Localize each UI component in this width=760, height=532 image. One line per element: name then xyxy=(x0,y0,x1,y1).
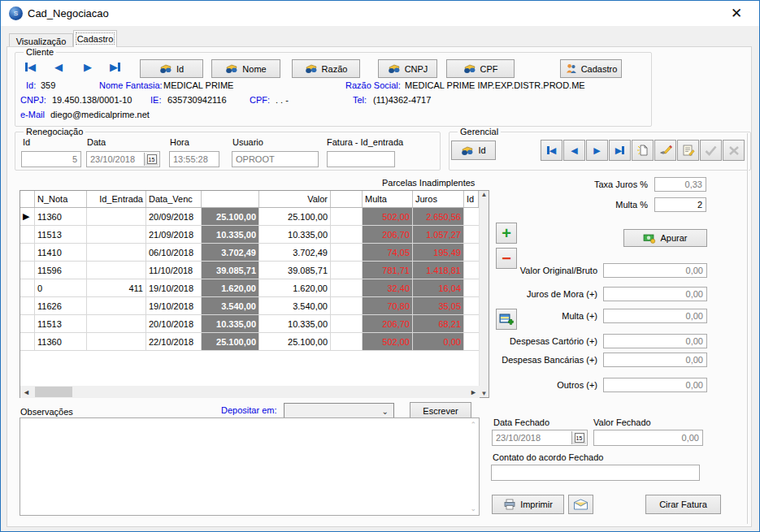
search-id-button[interactable]: Id xyxy=(140,59,203,78)
tab-cadastro[interactable]: Cadastro xyxy=(73,30,117,47)
reneg-data-field[interactable]: 23/10/2018 15 xyxy=(86,151,160,167)
grid-header-cell: Id xyxy=(464,191,479,207)
juros-mora-field[interactable]: 0,00 xyxy=(603,287,707,301)
depositar-combobox[interactable]: ⌄ xyxy=(284,403,394,419)
search-razao-label: Razão xyxy=(322,64,348,74)
bancarias-field[interactable]: 0,00 xyxy=(603,353,707,367)
parcelas-grid[interactable]: N_NotaId_EntradaData_VencValorMultaJuros… xyxy=(20,190,489,398)
valor-bruto-field[interactable]: 0,00 xyxy=(603,263,707,278)
notepad-pencil-icon xyxy=(682,144,695,157)
confirm-button xyxy=(700,140,722,161)
scroll-down-icon: ⌄ xyxy=(470,504,476,513)
grid-horizontal-scrollbar[interactable]: ◄ ► xyxy=(20,386,480,398)
reneg-usuario-field[interactable]: OPROOT xyxy=(232,151,319,167)
grid-header-row: N_NotaId_EntradaData_VencValorMultaJuros… xyxy=(20,191,479,208)
cadastro-button[interactable]: Cadastro xyxy=(560,59,622,78)
reneg-id-field[interactable]: 5 xyxy=(21,151,81,167)
new-record-button[interactable] xyxy=(632,140,654,161)
data-fechado-field[interactable]: 23/10/2018 15 xyxy=(492,430,588,446)
valor-fechado-field[interactable]: 0,00 xyxy=(593,430,703,446)
post-record-button[interactable] xyxy=(677,140,699,161)
app-window: S Cad_Negociacao ✕ Visualização Cadastro… xyxy=(0,0,760,532)
search-cnpj-button[interactable]: CNPJ xyxy=(378,59,437,78)
observacoes-textarea[interactable]: ⌃ ⌄ xyxy=(20,417,480,516)
scroll-down-icon[interactable]: ▼ xyxy=(481,390,488,397)
client-first-record-icon[interactable]: ◀ xyxy=(25,61,36,73)
client-last-record-icon[interactable]: ▶ xyxy=(110,61,120,73)
title-bar: S Cad_Negociacao ✕ xyxy=(1,1,759,26)
outros-label: Outros (+) xyxy=(457,380,597,390)
grid-row[interactable]: 1141006/10/20183.702,493.702,4974,05195,… xyxy=(20,244,479,262)
edit-record-button[interactable] xyxy=(654,140,676,161)
calendar-button[interactable]: 15 xyxy=(144,153,159,166)
email-value: diego@medicalprime.net xyxy=(50,110,150,119)
imprimir-button[interactable]: Imprimir xyxy=(492,495,564,514)
nav-next-button[interactable]: ▶ xyxy=(586,140,608,161)
gerencial-search-id-button[interactable]: Id xyxy=(451,141,496,160)
check-icon xyxy=(705,145,717,156)
row-indicator-cell xyxy=(20,297,35,314)
grid-row[interactable]: 1151321/09/201810.335,0010.335,00206,701… xyxy=(20,226,479,244)
multa-pct-field[interactable]: 2 xyxy=(654,197,706,212)
calendar-button[interactable]: 15 xyxy=(571,431,586,444)
scroll-left-icon[interactable]: ◄ xyxy=(23,388,30,396)
nav-first-button[interactable]: ◀ xyxy=(541,140,562,161)
client-prev-record-icon[interactable]: ◀ xyxy=(54,61,63,73)
multa-mais-field[interactable]: 0,00 xyxy=(603,309,707,323)
tab-visualizacao[interactable]: Visualização xyxy=(9,33,73,47)
grid-header-cell: Data_Venc xyxy=(146,191,202,207)
grid-cell: 11513 xyxy=(35,226,87,243)
binoculars-icon xyxy=(463,63,476,74)
search-nome-button[interactable]: Nome xyxy=(211,59,280,78)
grid-cell xyxy=(87,315,146,332)
cartorio-field[interactable]: 0,00 xyxy=(603,334,707,348)
binoculars-icon xyxy=(461,145,474,156)
nav-last-button[interactable]: ▶ xyxy=(609,140,631,161)
grid-row[interactable]: ▶1136020/09/201825.100,0025.100,00502,00… xyxy=(20,208,479,226)
edit-pencil-icon xyxy=(659,144,672,157)
grid-row[interactable]: 1162619/10/20183.540,003.540,0070,8035,0… xyxy=(20,297,479,315)
search-razao-button[interactable]: Razão xyxy=(292,59,360,78)
grid-row[interactable]: 1159611/10/201839.085,7139.085,71781,711… xyxy=(20,262,479,279)
email-button[interactable] xyxy=(568,495,593,514)
contato-label: Contato do acordo Fechado xyxy=(493,452,603,462)
grid-cell xyxy=(331,226,363,243)
grid-caption: Parcelas Inadimplentes xyxy=(382,178,475,188)
search-cpf-button[interactable]: CPF xyxy=(446,59,515,78)
grid-cell: 25.100,00 xyxy=(202,333,259,350)
apurar-button[interactable]: Apurar xyxy=(623,229,707,247)
cpf-label: CPF: xyxy=(250,95,270,105)
scroll-thumb[interactable] xyxy=(35,387,72,397)
scroll-up-icon[interactable]: ▲ xyxy=(481,191,488,198)
grid-cell: 11596 xyxy=(35,262,87,279)
grid-cell: 25.100,00 xyxy=(259,208,331,225)
grid-cell xyxy=(87,244,146,261)
grid-row[interactable]: 1151320/10/201810.335,0010.335,00206,706… xyxy=(20,315,479,333)
printer-icon xyxy=(503,499,516,510)
client-next-record-icon[interactable]: ▶ xyxy=(84,61,92,73)
grid-cell xyxy=(331,208,363,225)
close-icon[interactable]: ✕ xyxy=(720,1,753,26)
grid-row[interactable]: 1136022/10/201825.100,0025.100,00502,000… xyxy=(20,333,479,351)
cirar-fatura-button[interactable]: Cirar Fatura xyxy=(645,495,721,514)
nav-prev-button[interactable]: ◀ xyxy=(563,140,585,161)
valor-fechado-label: Valor Fechado xyxy=(593,417,651,427)
contato-field[interactable] xyxy=(491,465,700,481)
add-parcela-button[interactable]: + xyxy=(496,223,517,244)
grid-row[interactable]: 041119/10/20181.620,001.620,0032,4016,04 xyxy=(20,279,479,297)
grid-cell xyxy=(331,262,363,279)
calendar-icon: 15 xyxy=(147,154,157,164)
grid-cell: 2.650,56 xyxy=(413,208,464,225)
binoculars-icon xyxy=(388,63,401,74)
outros-field[interactable]: 0,00 xyxy=(603,378,707,392)
grid-cell: 0 xyxy=(35,279,87,296)
grid-cell xyxy=(87,333,146,350)
cpf-value: . . - xyxy=(276,95,289,105)
reneg-hora-field[interactable]: 13:55:28 xyxy=(169,151,219,167)
reneg-fatura-field[interactable] xyxy=(327,151,395,167)
tab-strip: Visualização Cadastro xyxy=(1,26,759,47)
taxa-juros-field[interactable]: 0,33 xyxy=(654,177,706,192)
grid-cell: 70,80 xyxy=(363,297,413,314)
apurar-label: Apurar xyxy=(660,233,687,243)
grid-cell: 25.100,00 xyxy=(202,208,259,225)
